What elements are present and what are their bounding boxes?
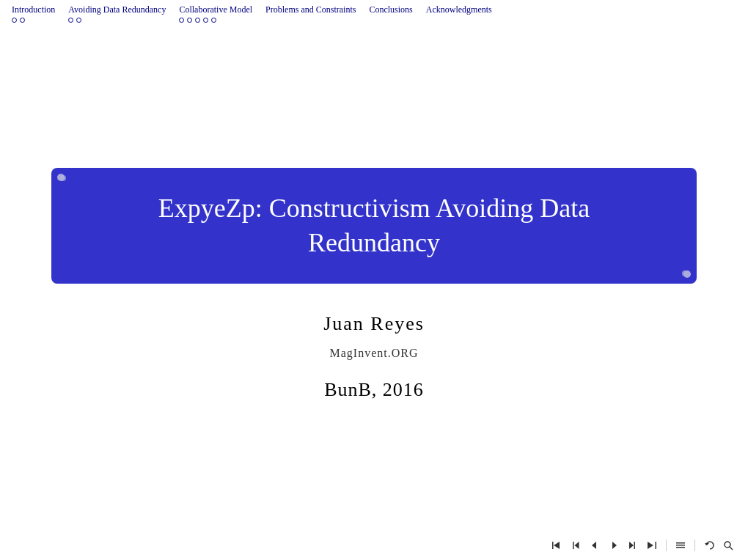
toolbar-separator-2: [694, 539, 695, 551]
nav-dots-introduction: [12, 18, 25, 23]
nav-item-collaborative[interactable]: Collaborative Model: [179, 3, 252, 23]
corner-decoration-br: [682, 270, 688, 276]
nav-first-button[interactable]: [549, 538, 565, 553]
nav-bar: Introduction Avoiding Data Redundancy Co…: [0, 0, 748, 23]
svg-rect-1: [676, 545, 685, 546]
nav-dot-8: [203, 18, 208, 23]
title-box: ExpyeZp: Constructivism Avoiding Data Re…: [51, 168, 697, 284]
affiliation: MagInvent.ORG: [330, 347, 419, 360]
nav-dot-3: [68, 18, 73, 23]
meta-section: Juan Reyes MagInvent.ORG BunB, 2016: [323, 313, 425, 401]
search-button[interactable]: [720, 538, 736, 553]
nav-label-avoiding: Avoiding Data Redundancy: [68, 3, 166, 17]
nav-label-collaborative: Collaborative Model: [179, 3, 252, 17]
toolbar-separator-1: [666, 539, 667, 551]
nav-item-problems[interactable]: Problems and Constraints: [265, 3, 356, 18]
undo-button[interactable]: [701, 538, 717, 553]
nav-dot-4: [76, 18, 81, 23]
corner-decoration-tl: [60, 175, 66, 181]
svg-line-4: [730, 547, 733, 550]
nav-dot-6: [187, 18, 192, 23]
nav-dot-9: [211, 18, 216, 23]
nav-label-introduction: Introduction: [12, 3, 55, 17]
nav-item-acknowledgments[interactable]: Acknowledgments: [426, 3, 492, 18]
nav-label-acknowledgments: Acknowledgments: [426, 3, 492, 17]
nav-dot-5: [179, 18, 184, 23]
nav-last-button[interactable]: [644, 538, 660, 553]
nav-next-page-button[interactable]: [625, 538, 641, 553]
nav-dots-avoiding: [68, 18, 81, 23]
nav-dot-2: [20, 18, 25, 23]
nav-next-button[interactable]: [606, 538, 622, 553]
slide-content: ExpyeZp: Constructivism Avoiding Data Re…: [0, 38, 748, 531]
nav-prev-button[interactable]: [587, 538, 603, 553]
date-text: BunB, 2016: [324, 379, 424, 401]
nav-item-introduction[interactable]: Introduction: [12, 3, 55, 23]
bottom-toolbar: [0, 531, 748, 560]
nav-dot-1: [12, 18, 17, 23]
nav-dot-7: [195, 18, 200, 23]
nav-item-conclusions[interactable]: Conclusions: [369, 3, 412, 18]
align-button[interactable]: [672, 538, 689, 553]
svg-rect-0: [676, 542, 685, 544]
author-name: Juan Reyes: [323, 313, 425, 335]
nav-item-avoiding[interactable]: Avoiding Data Redundancy: [68, 3, 166, 23]
nav-dots-collaborative: [179, 18, 216, 23]
nav-label-conclusions: Conclusions: [369, 3, 412, 17]
svg-rect-2: [676, 547, 685, 548]
nav-prev-page-button[interactable]: [568, 538, 584, 553]
slide-title: ExpyeZp: Constructivism Avoiding Data Re…: [95, 191, 653, 260]
nav-label-problems: Problems and Constraints: [265, 3, 356, 17]
svg-point-3: [725, 542, 730, 548]
